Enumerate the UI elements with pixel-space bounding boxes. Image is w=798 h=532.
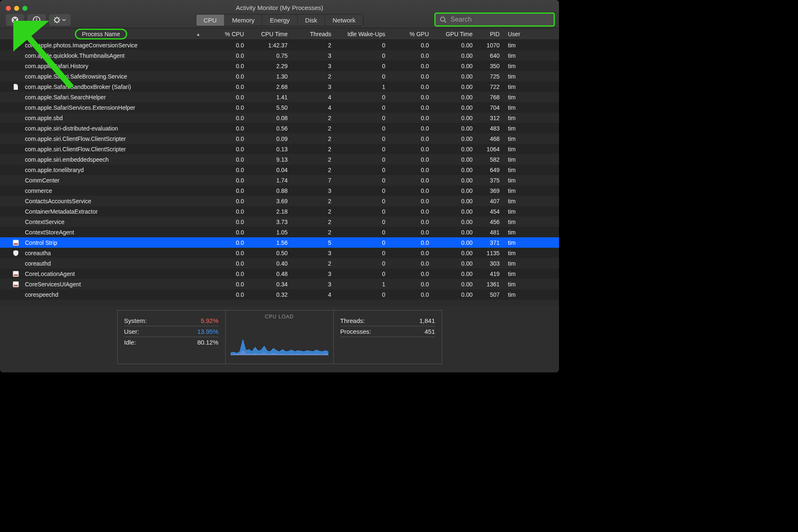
- header-gpu-percent[interactable]: % GPU: [389, 31, 432, 37]
- process-row[interactable]: com.apple.Safari.SafeBrowsing.Service0.0…: [0, 71, 559, 81]
- stop-process-button[interactable]: [6, 14, 24, 26]
- process-row[interactable]: CoreLocationAgent0.00.48300.00.00419tim: [0, 268, 559, 279]
- threads: 2: [291, 260, 335, 267]
- process-row[interactable]: com.apple.Safari.SearchHelper0.01.41400.…: [0, 92, 559, 102]
- processes-value: 451: [424, 328, 435, 335]
- cpu-percent: 0.0: [204, 250, 247, 256]
- process-row[interactable]: com.apple.sbd0.00.08200.00.00312tim: [0, 113, 559, 123]
- process-row[interactable]: com.apple.siri.ClientFlow.ClientScripter…: [0, 133, 559, 144]
- user: tim: [503, 260, 532, 267]
- process-row[interactable]: com.apple.Safari.SandboxBroker (Safari)0…: [0, 81, 559, 92]
- idle-wakeups: 0: [335, 198, 389, 204]
- stop-icon: [11, 16, 19, 24]
- chevron-down-icon: [62, 18, 66, 22]
- tab-cpu[interactable]: CPU: [196, 15, 225, 26]
- process-row[interactable]: corespeechd0.00.32400.00.00507tim: [0, 289, 559, 300]
- cpu-time: 1.30: [247, 73, 291, 80]
- process-row[interactable]: ContextStoreAgent0.01.05200.00.00481tim: [0, 227, 559, 237]
- header-threads[interactable]: Threads: [291, 31, 335, 37]
- pid: 375: [476, 177, 503, 184]
- user: tim: [503, 115, 532, 121]
- pid: 722: [476, 84, 503, 90]
- header-cpu-percent[interactable]: % CPU: [204, 31, 247, 37]
- svg-line-13: [59, 22, 59, 22]
- user: tim: [503, 187, 532, 194]
- process-row[interactable]: com.apple.SafariServices.ExtensionHelper…: [0, 102, 559, 113]
- cpu-time: 1.74: [247, 177, 291, 184]
- threads: 7: [291, 177, 335, 184]
- gpu-percent: 0.0: [389, 167, 432, 173]
- process-name: ContextService: [25, 219, 64, 225]
- chart-title: CPU LOAD: [231, 314, 328, 320]
- cpu-percent: 0.0: [204, 135, 247, 142]
- gpu-time: 0.00: [432, 177, 476, 184]
- process-row[interactable]: com.apple.photos.ImageConversionService0…: [0, 40, 559, 50]
- header-cpu-time[interactable]: CPU Time: [247, 31, 291, 37]
- pid: 303: [476, 260, 503, 267]
- process-row[interactable]: ContextService0.03.73200.00.00456tim: [0, 217, 559, 227]
- process-row[interactable]: ContactsAccountsService0.03.69200.00.004…: [0, 196, 559, 206]
- cpu-percent: 0.0: [204, 208, 247, 215]
- system-label: System:: [124, 317, 147, 324]
- header-pid[interactable]: PID: [476, 31, 503, 37]
- info-button[interactable]: [27, 14, 46, 26]
- tab-memory[interactable]: Memory: [224, 15, 262, 26]
- cpu-percent: 0.0: [204, 84, 247, 90]
- search-field-wrap[interactable]: [434, 12, 555, 27]
- header-user[interactable]: User: [503, 31, 532, 37]
- process-name: com.apple.SafariServices.ExtensionHelper: [25, 104, 135, 111]
- threads: 2: [291, 229, 335, 236]
- cpu-percent: 0.0: [204, 281, 247, 288]
- user: tim: [503, 229, 532, 236]
- search-input[interactable]: [450, 15, 549, 24]
- user: tim: [503, 156, 532, 163]
- tab-energy[interactable]: Energy: [263, 15, 298, 26]
- header-gpu-time[interactable]: GPU Time: [432, 31, 476, 37]
- cpu-time: 5.50: [247, 104, 291, 111]
- process-row[interactable]: com.apple.quicklook.ThumbnailsAgent0.00.…: [0, 50, 559, 61]
- gpu-percent: 0.0: [389, 271, 432, 277]
- cpu-percent: 0.0: [204, 260, 247, 267]
- cpu-percent: 0.0: [204, 219, 247, 225]
- process-row[interactable]: ContainerMetadataExtractor0.02.18200.00.…: [0, 206, 559, 217]
- process-row[interactable]: com.apple.siri.ClientFlow.ClientScripter…: [0, 144, 559, 154]
- gpu-time: 0.00: [432, 281, 476, 288]
- process-row[interactable]: commerce0.00.88300.00.00369tim: [0, 185, 559, 196]
- idle-wakeups: 1: [335, 84, 389, 90]
- pid: 1070: [476, 42, 503, 49]
- pid: 483: [476, 125, 503, 132]
- cpu-time: 2.68: [247, 84, 291, 90]
- gpu-percent: 0.0: [389, 208, 432, 215]
- gpu-percent: 0.0: [389, 52, 432, 59]
- header-idle-wakeups[interactable]: Idle Wake-Ups: [335, 31, 389, 37]
- gpu-time: 0.00: [432, 260, 476, 267]
- pid: 640: [476, 52, 503, 59]
- threads: 2: [291, 115, 335, 121]
- process-row[interactable]: com.apple.tonelibraryd0.00.04200.00.0064…: [0, 165, 559, 175]
- tab-disk[interactable]: Disk: [298, 15, 325, 26]
- user: tim: [503, 125, 532, 132]
- threads: 3: [291, 63, 335, 69]
- threads: 2: [291, 135, 335, 142]
- idle-wakeups: 0: [335, 42, 389, 49]
- cpu-time: 0.13: [247, 146, 291, 153]
- tab-network[interactable]: Network: [325, 15, 363, 26]
- threads: 2: [291, 42, 335, 49]
- process-row[interactable]: coreauthd0.00.40200.00.00303tim: [0, 258, 559, 268]
- user: tim: [503, 42, 532, 49]
- cpu-time: 0.32: [247, 291, 291, 298]
- process-row[interactable]: Control Strip0.01.56500.00.00371tim: [0, 237, 559, 248]
- process-row[interactable]: com.apple.siri.embeddedspeech0.09.13200.…: [0, 154, 559, 165]
- process-name: CoreServicesUIAgent: [25, 281, 81, 288]
- process-row[interactable]: coreautha0.00.50300.00.001135tim: [0, 248, 559, 258]
- process-row[interactable]: CommCenter0.01.74700.00.00375tim: [0, 175, 559, 185]
- cpu-time: 3.73: [247, 219, 291, 225]
- gpu-percent: 0.0: [389, 187, 432, 194]
- process-row[interactable]: com.apple.Safari.History0.02.29300.00.00…: [0, 61, 559, 71]
- process-row[interactable]: com.apple.siri-distributed-evaluation0.0…: [0, 123, 559, 133]
- options-menu-button[interactable]: [49, 14, 71, 26]
- cpu-load-chart: [231, 322, 328, 355]
- process-name: com.apple.siri.embeddedspeech: [25, 156, 109, 163]
- process-row[interactable]: CoreServicesUIAgent0.00.34310.00.001361t…: [0, 279, 559, 289]
- header-process-name[interactable]: Process Name ▲: [0, 29, 204, 39]
